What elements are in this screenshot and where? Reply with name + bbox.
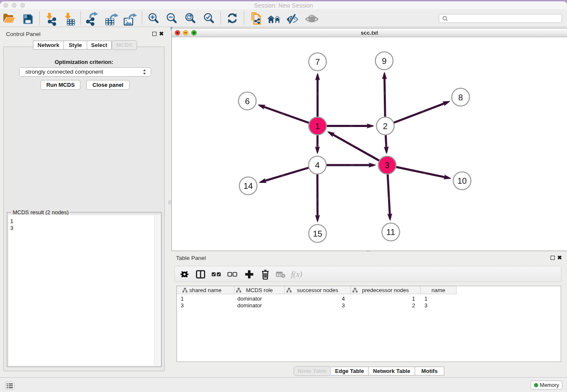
svg-text:f(x): f(x) <box>291 270 302 279</box>
svg-text:14: 14 <box>243 182 253 191</box>
svg-text:15: 15 <box>313 229 322 239</box>
svg-text:11: 11 <box>386 228 395 237</box>
svg-text:3: 3 <box>385 161 389 170</box>
svg-text:8: 8 <box>458 93 463 102</box>
svg-text:2: 2 <box>383 122 388 131</box>
svg-text:10: 10 <box>457 177 467 186</box>
svg-text:7: 7 <box>315 58 320 67</box>
svg-text:9: 9 <box>382 57 386 66</box>
svg-text:4: 4 <box>315 161 319 170</box>
svg-text:6: 6 <box>245 97 250 106</box>
svg-text:1: 1 <box>315 122 320 131</box>
